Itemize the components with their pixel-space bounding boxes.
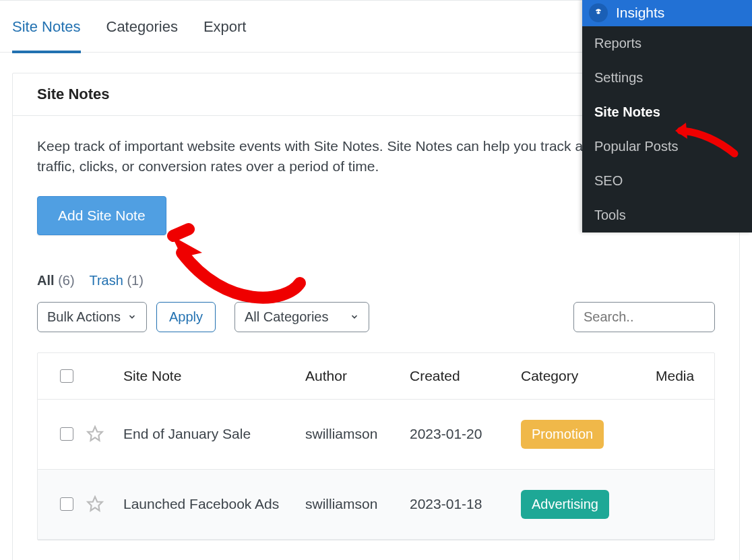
sidebar-item-reports[interactable]: Reports bbox=[582, 26, 752, 61]
sidebar-item-settings[interactable]: Settings bbox=[582, 61, 752, 95]
row-author: swilliamson bbox=[305, 426, 410, 442]
table-header-row: Site Note Author Created Category Media bbox=[38, 353, 714, 400]
row-checkbox[interactable] bbox=[60, 497, 73, 511]
filter-trash-count: (1) bbox=[127, 273, 143, 288]
row-category: Advertising bbox=[521, 490, 656, 519]
svg-marker-1 bbox=[88, 497, 102, 511]
insights-submenu: Insights Reports Settings Site Notes Pop… bbox=[582, 0, 752, 232]
svg-marker-0 bbox=[88, 427, 102, 441]
svg-point-3 bbox=[596, 11, 598, 12]
category-badge: Promotion bbox=[521, 420, 604, 449]
categories-select[interactable]: All Categories bbox=[234, 302, 369, 332]
chevron-down-icon bbox=[350, 312, 359, 321]
category-badge: Advertising bbox=[521, 490, 609, 519]
select-all-checkbox[interactable] bbox=[60, 369, 73, 383]
bulk-actions-label: Bulk Actions bbox=[47, 309, 121, 325]
tab-categories[interactable]: Categories bbox=[106, 18, 178, 36]
column-media[interactable]: Media bbox=[656, 368, 710, 384]
add-site-note-button[interactable]: Add Site Note bbox=[37, 196, 166, 235]
row-checkbox[interactable] bbox=[60, 427, 73, 441]
tab-export[interactable]: Export bbox=[203, 18, 247, 36]
filter-all-label[interactable]: All bbox=[37, 273, 55, 288]
insights-logo-icon bbox=[589, 3, 608, 22]
filter-all-count: (6) bbox=[58, 273, 74, 288]
insights-header-label: Insights bbox=[616, 5, 664, 21]
categories-label: All Categories bbox=[245, 309, 329, 325]
table-row[interactable]: Launched Facebook Ads swilliamson 2023-0… bbox=[38, 470, 714, 540]
sidebar-item-popular-posts[interactable]: Popular Posts bbox=[582, 129, 752, 164]
apply-button[interactable]: Apply bbox=[156, 302, 216, 332]
table-actions-row: Bulk Actions Apply All Categories bbox=[37, 302, 715, 332]
sidebar-item-seo[interactable]: SEO bbox=[582, 164, 752, 198]
search-input[interactable] bbox=[573, 302, 715, 332]
bulk-actions-select[interactable]: Bulk Actions bbox=[37, 302, 147, 332]
filter-trash-link[interactable]: Trash bbox=[89, 273, 123, 288]
insights-submenu-header[interactable]: Insights bbox=[582, 0, 752, 26]
sidebar-item-site-notes[interactable]: Site Notes bbox=[582, 95, 752, 129]
favorite-toggle[interactable] bbox=[86, 425, 123, 443]
site-notes-table: Site Note Author Created Category Media … bbox=[37, 352, 715, 540]
column-category[interactable]: Category bbox=[521, 368, 656, 384]
table-row[interactable]: End of January Sale swilliamson 2023-01-… bbox=[38, 400, 714, 470]
sidebar-item-tools[interactable]: Tools bbox=[582, 198, 752, 232]
row-title[interactable]: Launched Facebook Ads bbox=[123, 496, 305, 512]
column-created[interactable]: Created bbox=[410, 368, 521, 384]
tab-site-notes[interactable]: Site Notes bbox=[12, 18, 81, 36]
row-title[interactable]: End of January Sale bbox=[123, 426, 305, 442]
row-created: 2023-01-18 bbox=[410, 496, 521, 512]
chevron-down-icon bbox=[127, 312, 137, 321]
row-author: swilliamson bbox=[305, 496, 410, 512]
row-created: 2023-01-20 bbox=[410, 426, 521, 442]
row-category: Promotion bbox=[521, 420, 656, 449]
column-author[interactable]: Author bbox=[305, 368, 410, 384]
favorite-toggle[interactable] bbox=[86, 495, 123, 513]
column-site-note[interactable]: Site Note bbox=[123, 368, 305, 384]
star-icon bbox=[86, 495, 104, 513]
list-filter-links: All (6) Trash (1) bbox=[37, 273, 715, 288]
star-icon bbox=[86, 425, 104, 443]
svg-point-4 bbox=[599, 11, 600, 12]
